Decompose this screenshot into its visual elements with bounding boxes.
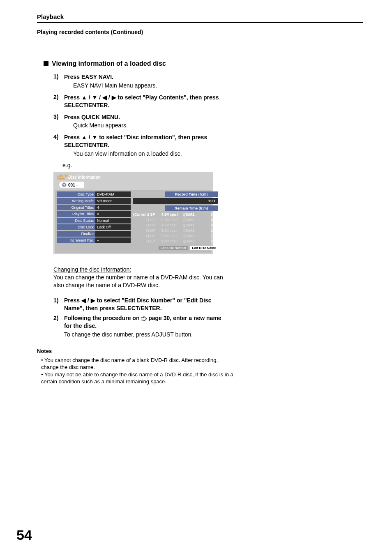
remain-prefix: 4) <box>143 233 149 239</box>
remain-ch-text: D/M1: <box>186 218 196 222</box>
step-text: Press ▲ / ▼ / ◀ / ▶ to select "Play Cont… <box>64 94 220 109</box>
section-heading: Playback <box>37 13 363 20</box>
step-4: 4) Press ▲ / ▼ to select "Disc informati… <box>53 134 226 158</box>
page: Playback Playing recorded contents (Cont… <box>0 0 392 553</box>
remain-time: 0:46 <box>207 212 218 217</box>
remain-bps: 1.4Mbps / <box>161 239 182 244</box>
kv-value: DVD-RAM <box>95 191 131 197</box>
panel-title: Disc information <box>68 175 101 180</box>
remain-mode: EP <box>150 239 160 244</box>
kv-value: Normal <box>95 218 131 224</box>
kv-key: Increment Rec <box>57 237 95 243</box>
remain-mode: SP <box>150 223 160 228</box>
panel-body: Disc TypeDVD-RAM Writing ModeVR mode Ori… <box>55 190 211 253</box>
step-bold: Press ▲ / ▼ / ◀ / ▶ to select "Play Cont… <box>64 94 219 108</box>
disc-icon <box>62 182 67 187</box>
remain-ch: ▯▯D/M1: <box>183 223 205 228</box>
changing-step-number: 1) <box>53 297 62 304</box>
changing-section: Changing the disc information: You can c… <box>53 266 230 339</box>
kv-value: 4 <box>95 205 131 210</box>
remain-bps: 3.0Mbps / <box>161 228 182 233</box>
changing-step2-part-a: Following the procedure on <box>64 315 141 321</box>
kv-value: 0 <box>95 211 131 217</box>
changing-step-1: 1) Press ◀ / ▶ to select "Edit Disc Numb… <box>53 297 230 312</box>
remain-row-4: 4) LP 2.2Mbps / ▯▯D/M1: 1:32 <box>133 233 218 239</box>
step-number: 2) <box>53 94 62 100</box>
remain-time: 0:22 <box>207 217 218 223</box>
remain-prefix: 1) <box>143 217 149 223</box>
notes-section: Notes You cannot change the disc name of… <box>37 348 234 385</box>
remain-row-current: (Current) SP 4.6Mbps / ▯▯D/M1: 0:46 <box>133 212 218 217</box>
remain-time-heading: Remain Time (h:m) <box>165 205 218 211</box>
panel-header: CONTENT MENU Disc information <box>55 173 211 181</box>
remain-bps: 9.2Mbps / <box>161 217 182 223</box>
notes-heading: Notes <box>37 348 234 355</box>
kv-original-titles: Original Titles4 <box>57 205 131 210</box>
remain-bps: 4.6Mbps / <box>161 223 182 228</box>
remain-time: 1:09 <box>207 228 218 233</box>
edit-disc-number-button: Edit Disc Number <box>159 246 188 250</box>
step-number: 3) <box>53 113 62 120</box>
kv-key: Playlist Titles <box>57 211 95 217</box>
step-text: Press EASY NAVI. EASY NAVI Main Menu app… <box>64 73 220 90</box>
remain-ch-text: D/M1: <box>186 234 196 238</box>
kv-key: Original Titles <box>57 205 95 210</box>
subsection-heading: Playing recorded contents (Continued) <box>37 29 363 35</box>
remain-bps: 2.2Mbps / <box>161 233 182 239</box>
page-number: 54 <box>16 527 32 543</box>
panel-left-column: Disc TypeDVD-RAM Writing ModeVR mode Ori… <box>57 191 131 250</box>
remain-bps: 4.6Mbps / <box>161 212 182 217</box>
step-text: Press QUICK MENU. Quick Menu appears. <box>64 113 220 130</box>
disc-number-text: 001 – <box>68 183 78 187</box>
bullet-square-icon <box>44 61 48 66</box>
changing-step-2: 2) Following the procedure on page 30, e… <box>53 314 230 339</box>
kv-disc-type: Disc TypeDVD-RAM <box>57 191 131 197</box>
kv-finalize: Finalize– <box>57 231 131 237</box>
panel-right-column: Record Time (h:m) 1:21 Remain Time (h:m)… <box>133 191 218 250</box>
remain-ch: ▯▯D/M1: <box>183 212 205 217</box>
page-reference-arrow-icon <box>141 316 147 321</box>
edit-disc-name-button: Edit Disc Name <box>190 246 218 250</box>
notes-list: You cannot change the disc name of a bla… <box>37 357 234 385</box>
disc-badge-row: 001 – <box>55 181 211 190</box>
remain-row-2: 2) SP 4.6Mbps / ▯▯D/M1: 0:46 <box>133 223 218 228</box>
notes-item: You cannot change the disc name of a bla… <box>41 357 234 371</box>
kv-value: VR mode <box>95 198 131 204</box>
topic-title: Viewing information of a loaded disc <box>44 60 363 67</box>
changing-body: You can change the number or name of a D… <box>53 274 223 288</box>
kv-value: – <box>95 237 131 243</box>
remain-ch: ▯▯D/M1: <box>183 239 205 244</box>
step-3: 3) Press QUICK MENU. Quick Menu appears. <box>53 113 226 130</box>
remain-time: 1:32 <box>207 233 218 239</box>
kv-key: Disc Type <box>57 191 95 197</box>
remain-prefix: (Current) <box>133 212 149 217</box>
remain-prefix: 5) <box>143 239 149 244</box>
remain-prefix: 3) <box>143 228 149 233</box>
kv-playlist-titles: Playlist Titles0 <box>57 211 131 217</box>
kv-key: Disc Lock <box>57 224 95 230</box>
kv-disc-status: Disc StatusNormal <box>57 218 131 224</box>
topic-title-text: Viewing information of a loaded disc <box>52 60 166 67</box>
step-bold: Press EASY NAVI. <box>64 74 113 80</box>
remain-time: 0:46 <box>207 223 218 228</box>
kv-key: Disc Status <box>57 218 95 224</box>
remain-ch: ▯▯D/M1: <box>183 233 205 239</box>
kv-value: Lock Off <box>95 224 131 230</box>
disc-info-panel: CONTENT MENU Disc information 001 – Disc… <box>53 172 213 254</box>
step-number: 4) <box>53 134 62 140</box>
remain-ch: ▯▯D/M1: <box>183 228 205 233</box>
example-label: e.g. <box>62 162 363 168</box>
record-time-value: 1:21 <box>133 198 218 204</box>
remain-prefix: 2) <box>143 223 149 228</box>
changing-step-number: 2) <box>53 314 62 322</box>
step-body: EASY NAVI Main Menu appears. <box>73 82 220 90</box>
record-time-heading: Record Time (h:m) <box>165 191 218 197</box>
edit-buttons-row: Edit Disc Number Edit Disc Name <box>133 246 218 250</box>
notes-item: You may not be able to change the disc n… <box>41 371 234 385</box>
remain-ch-text: D/M1: <box>186 223 196 227</box>
kv-key: Writing Mode <box>57 198 95 204</box>
changing-heading: Changing the disc information: <box>53 266 131 273</box>
disc-number-badge: 001 – <box>59 182 84 188</box>
step-bold: Press QUICK MENU. <box>64 114 120 120</box>
kv-key: Finalize <box>57 231 95 237</box>
